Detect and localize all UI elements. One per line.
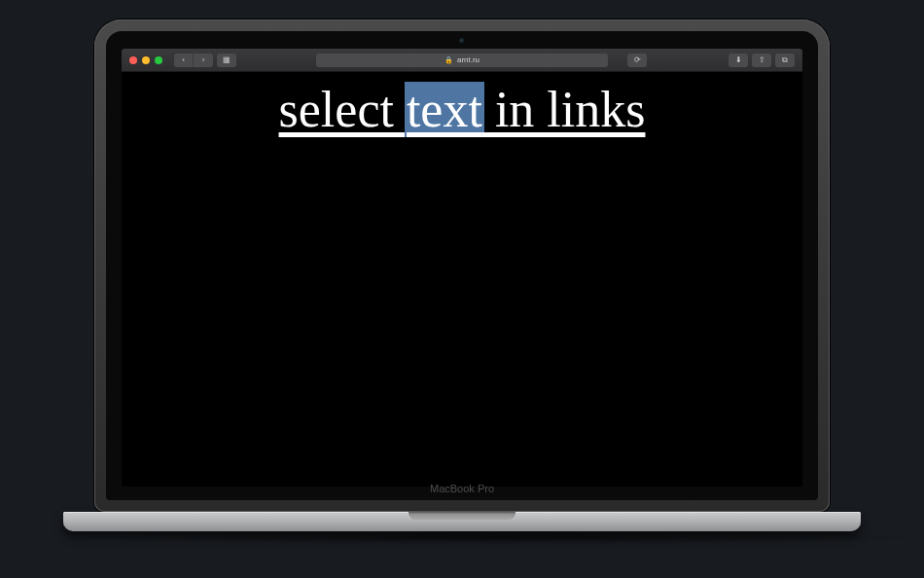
screen: ‹ › ▦ 🔒 arnt.ru ⟳ ⬇ ⇪ <box>122 49 802 487</box>
headline-part1: select <box>279 82 407 137</box>
camera-icon <box>459 38 465 44</box>
headline-part2: in links <box>482 82 646 137</box>
headline-selection: text <box>405 82 484 137</box>
page-viewport: select text in links <box>122 72 802 487</box>
url-host: arnt.ru <box>457 55 480 64</box>
toolbar-right: ⬇ ⇪ ⧉ <box>729 54 795 67</box>
hinge-notch <box>409 512 515 520</box>
browser-toolbar: ‹ › ▦ 🔒 arnt.ru ⟳ ⬇ ⇪ <box>122 49 802 72</box>
back-button[interactable]: ‹ <box>174 54 194 67</box>
reload-button[interactable]: ⟳ <box>627 54 647 67</box>
laptop-base <box>63 512 861 531</box>
tabs-button[interactable]: ⧉ <box>775 54 795 67</box>
shadow <box>63 529 924 545</box>
share-button[interactable]: ⇪ <box>752 54 771 67</box>
lock-icon: 🔒 <box>444 56 453 64</box>
fullscreen-icon[interactable] <box>155 56 162 64</box>
close-icon[interactable] <box>129 56 137 64</box>
window-controls <box>129 56 162 64</box>
laptop-lid: ‹ › ▦ 🔒 arnt.ru ⟳ ⬇ ⇪ <box>94 19 830 512</box>
headline-link[interactable]: select text in links <box>279 84 646 137</box>
macbook-device: ‹ › ▦ 🔒 arnt.ru ⟳ ⬇ ⇪ <box>63 19 861 545</box>
minimize-icon[interactable] <box>142 56 150 64</box>
address-bar[interactable]: 🔒 arnt.ru <box>316 54 608 67</box>
nav-group: ‹ › ▦ <box>174 54 236 67</box>
screen-bezel: ‹ › ▦ 🔒 arnt.ru ⟳ ⬇ ⇪ <box>106 31 818 500</box>
device-brand: MacBook Pro <box>430 483 494 494</box>
forward-button[interactable]: › <box>194 54 213 67</box>
downloads-button[interactable]: ⬇ <box>729 54 748 67</box>
sidebar-button[interactable]: ▦ <box>217 54 236 67</box>
